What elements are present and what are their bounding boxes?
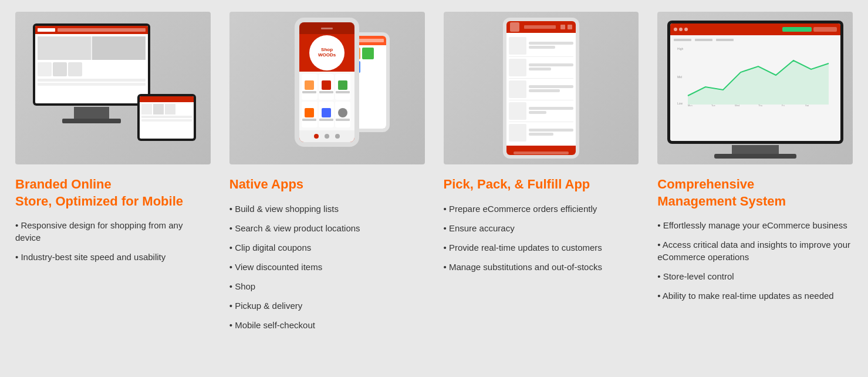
list-item: Manage substitutions and out-of-stocks	[444, 261, 639, 273]
text-line	[38, 79, 146, 82]
monitor-mockup	[33, 23, 150, 106]
footer-bar	[514, 152, 569, 154]
image-native-apps: ShopWOODs	[229, 12, 425, 164]
android-item-image	[509, 124, 526, 142]
monitor-screen	[35, 26, 148, 103]
title-bar	[524, 25, 556, 29]
menu-label	[336, 119, 350, 121]
text-line	[529, 89, 560, 92]
sales-icon	[305, 108, 314, 117]
tablet-screen	[140, 96, 194, 139]
legend-item	[695, 39, 712, 41]
phone-screen-bg: ShopWOODs	[299, 22, 354, 142]
sales-chart: High Mid Low Mon Tue Wed Thu	[674, 43, 837, 107]
list-item: Ability to make real-time updates as nee…	[657, 290, 853, 302]
svg-text:High: High	[677, 47, 684, 51]
list-item: Provide real-time updates to customers	[444, 241, 639, 254]
android-header	[506, 21, 576, 33]
list-item: Clip digital coupons	[229, 241, 425, 254]
account-icon	[338, 108, 347, 117]
big-monitor-stand	[732, 145, 779, 154]
phone-menu-products	[319, 102, 334, 127]
chart-legend	[674, 39, 837, 41]
list-item: Build & view shopping lists	[229, 203, 425, 215]
nav-dot	[335, 134, 340, 139]
list-item: Access critical data and insights to imp…	[657, 238, 853, 263]
text-line	[529, 129, 573, 132]
list-item: Mobile self-checkout	[229, 319, 425, 331]
android-item-text	[529, 107, 573, 115]
android-list-item	[509, 79, 573, 100]
action-icon	[568, 25, 572, 29]
text-line	[529, 63, 573, 66]
android-item-text	[529, 129, 573, 137]
product-thumb	[68, 62, 82, 76]
product-thumb	[53, 62, 67, 76]
tablet-screen-header	[140, 96, 194, 102]
tab-thumb	[153, 104, 164, 115]
monitor-screen-header	[35, 26, 148, 34]
phone-status-bar	[321, 28, 333, 29]
monitor-stand	[74, 107, 109, 119]
col4-title: Comprehensive Management System	[657, 176, 853, 210]
text-line	[529, 85, 573, 88]
legend-item	[674, 39, 691, 41]
android-list-item	[509, 100, 573, 122]
list-item: Store-level control	[657, 270, 853, 282]
main-phone-mockup: ShopWOODs	[295, 18, 359, 147]
list-item: Ensure accuracy	[444, 222, 639, 234]
tab-thumb	[165, 104, 175, 115]
android-item-image	[509, 59, 526, 76]
column-branded-online: Branded Online Store, Optimized for Mobi…	[6, 12, 220, 365]
main-phone: ShopWOODs	[295, 18, 359, 147]
col3-bullet-list: Prepare eCommerce orders efficiently Ens…	[444, 203, 639, 280]
svg-text:Tue: Tue	[711, 104, 716, 107]
android-item-text	[529, 42, 573, 50]
phone-top-bar	[299, 22, 354, 34]
col1-title: Branded Online Store, Optimized for Mobi…	[15, 176, 211, 210]
android-item-text	[529, 85, 573, 93]
phone-menu-departments	[302, 74, 317, 100]
products-icon	[322, 108, 331, 117]
tablet-product-row	[141, 104, 192, 115]
list-item: Responsive design for shopping from any …	[15, 219, 211, 244]
tablet-mockup	[137, 94, 196, 141]
small-menu-item	[362, 48, 374, 59]
product-row	[38, 62, 146, 76]
phone-logo-area: ShopWOODs	[299, 34, 354, 72]
svg-text:Low: Low	[677, 102, 683, 105]
column-pick-pack: Pick, Pack, & Fulfill App Prepare eComme…	[434, 12, 649, 365]
image-branded-online	[15, 12, 211, 164]
list-item: Effortlessly manage your eCommerce busin…	[657, 219, 853, 231]
hero-area	[38, 36, 146, 60]
list-item: Search & view product locations	[229, 222, 425, 234]
svg-text:Wed: Wed	[735, 104, 739, 107]
header-search	[58, 28, 146, 32]
list-item: Prepare eCommerce orders efficiently	[444, 203, 639, 215]
text-line	[38, 83, 146, 86]
tab-text-line	[141, 119, 192, 122]
phone-menu-coupons	[319, 74, 334, 100]
list-item: View discounted items	[229, 261, 425, 273]
big-monitor-mockup: High Mid Low Mon Tue Wed Thu	[667, 21, 843, 144]
col4-bullet-list: Effortlessly manage your eCommerce busin…	[657, 219, 853, 309]
chart-area: High Mid Low Mon Tue Wed Thu	[670, 35, 840, 141]
col4-title-line2: Management System	[657, 194, 786, 208]
android-list-item	[509, 57, 573, 79]
header-button	[782, 27, 812, 32]
menu-icon	[510, 22, 519, 32]
col1-title-line2: Store, Optimized for Mobile	[15, 194, 183, 208]
text-line	[529, 107, 573, 110]
big-screen-header	[670, 23, 840, 35]
android-phone-mockup	[503, 18, 579, 159]
product-thumb	[38, 62, 52, 76]
android-list	[506, 33, 576, 146]
phone-menu-lists	[335, 74, 350, 100]
col4-title-line1: Comprehensive	[657, 177, 754, 191]
svg-text:Mid: Mid	[677, 75, 682, 79]
header-dot	[674, 28, 677, 31]
nav-dot	[314, 134, 319, 139]
header-dot	[679, 28, 683, 31]
android-item-text	[529, 63, 573, 72]
text-line	[529, 133, 553, 136]
